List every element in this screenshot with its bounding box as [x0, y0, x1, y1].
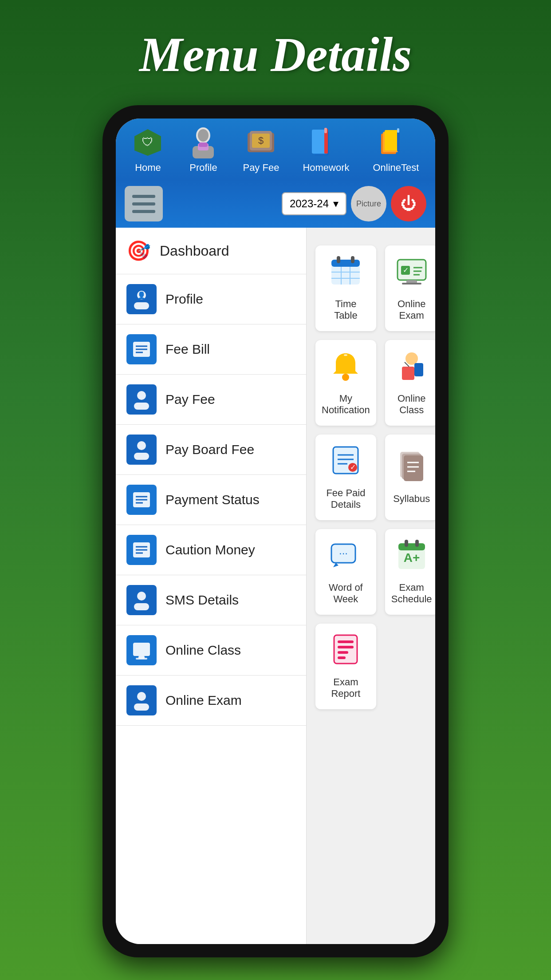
svg-rect-46	[134, 703, 149, 711]
svg-rect-79	[404, 455, 423, 481]
time-table-icon	[330, 255, 362, 293]
sidebar-label-online-exam: Online Exam	[165, 693, 242, 708]
nav-item-home[interactable]: 🛡 Home	[132, 126, 164, 174]
sidebar-label-sms-details: SMS Details	[165, 593, 239, 608]
svg-text:🛡: 🛡	[142, 135, 153, 149]
svg-rect-13	[312, 130, 326, 154]
svg-point-40	[137, 592, 146, 601]
online-exam-grid-icon: ✓	[396, 255, 428, 293]
grid-label-exam-schedule: ExamSchedule	[391, 582, 432, 605]
nav-item-homework[interactable]: Homework	[303, 126, 349, 174]
svg-text:✓: ✓	[402, 266, 408, 274]
svg-rect-20	[397, 128, 399, 133]
svg-point-30	[137, 441, 146, 450]
grid-label-exam-report: ExamReport	[331, 676, 360, 699]
top-nav: 🛡 Home Profile	[116, 119, 435, 180]
sidebar-label-payment-status: Payment Status	[165, 492, 260, 507]
profile-sidebar-icon: 👤	[126, 284, 157, 314]
nav-label-online-test: OnlineTest	[373, 162, 419, 174]
nav-item-profile[interactable]: Profile	[187, 126, 219, 174]
grid-item-online-class[interactable]: OnlineClass	[385, 340, 435, 426]
svg-rect-49	[337, 256, 340, 263]
chevron-down-icon: ▾	[333, 198, 338, 210]
sidebar-item-pay-board-fee[interactable]: Pay Board Fee	[116, 425, 306, 475]
grid-label-fee-paid-details: Fee PaidDetails	[326, 487, 365, 510]
svg-rect-41	[134, 603, 149, 610]
svg-rect-31	[134, 453, 149, 460]
year-select[interactable]: 2023-24 ▾	[282, 192, 346, 215]
grid-label-syllabus: Syllabus	[393, 493, 430, 505]
svg-point-28	[137, 391, 146, 400]
online-test-icon	[380, 126, 412, 158]
svg-rect-92	[334, 635, 357, 664]
nav-label-profile: Profile	[189, 162, 217, 174]
online-class-grid-icon	[396, 350, 428, 387]
svg-rect-88	[398, 543, 425, 550]
phone-screen: 🛡 Home Profile	[116, 119, 435, 944]
svg-point-66	[405, 352, 418, 365]
sidebar-item-caution-money[interactable]: Caution Money	[116, 525, 306, 575]
sidebar-item-profile[interactable]: 👤 Profile	[116, 274, 306, 324]
picture-button[interactable]: Picture	[351, 186, 386, 221]
sidebar-item-dashboard[interactable]: 🎯 Dashboard	[116, 228, 306, 274]
app-grid: TimeTable ✓	[315, 245, 426, 709]
grid-item-my-notification[interactable]: MyNotification	[315, 340, 376, 426]
svg-rect-68	[414, 363, 423, 376]
sidebar-label-caution-money: Caution Money	[165, 542, 255, 557]
nav-label-homework: Homework	[303, 162, 349, 174]
sidebar-label-online-class: Online Class	[165, 643, 241, 658]
svg-rect-96	[338, 651, 348, 654]
menu-line-1	[132, 195, 155, 198]
sidebar-item-payment-status[interactable]: Payment Status	[116, 475, 306, 525]
svg-rect-95	[338, 646, 354, 648]
page-title: Menu Details	[139, 27, 412, 83]
svg-text:👤: 👤	[137, 291, 146, 300]
sidebar-item-online-exam[interactable]: Online Exam	[116, 676, 306, 726]
sms-details-sidebar-icon	[126, 585, 157, 615]
fee-bill-sidebar-icon	[126, 334, 157, 364]
picture-label: Picture	[356, 199, 381, 209]
grid-label-time-table: TimeTable	[334, 298, 358, 321]
menu-button[interactable]	[125, 186, 163, 221]
power-button[interactable]: ⏻	[391, 186, 426, 221]
sidebar-label-pay-fee: Pay Fee	[165, 392, 215, 407]
svg-rect-29	[134, 403, 149, 410]
sidebar-label-profile: Profile	[165, 292, 203, 307]
sidebar-drawer: 🎯 Dashboard 👤 Profile	[116, 228, 307, 944]
nav-item-online-test[interactable]: OnlineTest	[373, 126, 419, 174]
svg-rect-94	[338, 640, 354, 643]
pay-fee-icon: $	[245, 126, 277, 158]
svg-rect-89	[405, 540, 408, 547]
right-panel: TimeTable ✓	[307, 228, 435, 944]
svg-rect-65	[344, 354, 347, 356]
nav-item-pay-fee[interactable]: $ Pay Fee	[243, 126, 279, 174]
online-exam-sidebar-icon	[126, 685, 157, 715]
grid-item-online-exam[interactable]: ✓ OnlineExam	[385, 245, 435, 331]
power-icon: ⏻	[401, 194, 417, 213]
menu-line-3	[132, 210, 155, 213]
svg-rect-67	[402, 367, 414, 380]
sidebar-item-sms-details[interactable]: SMS Details	[116, 575, 306, 625]
svg-rect-90	[415, 540, 419, 547]
grid-item-exam-schedule[interactable]: A+ ExamSchedule	[385, 529, 435, 615]
sidebar-item-pay-fee[interactable]: Pay Fee	[116, 375, 306, 425]
grid-item-fee-paid-details[interactable]: ✓ Fee PaidDetails	[315, 435, 376, 520]
homework-icon	[310, 126, 342, 158]
sidebar-item-online-class[interactable]: Online Class	[116, 625, 306, 676]
svg-rect-15	[324, 128, 327, 133]
svg-text:···: ···	[339, 547, 348, 559]
grid-item-exam-report[interactable]: ExamReport	[315, 624, 376, 709]
svg-point-45	[137, 692, 146, 701]
grid-label-online-class: OnlineClass	[398, 393, 426, 416]
grid-item-syllabus[interactable]: Syllabus	[385, 435, 435, 520]
svg-rect-97	[338, 656, 346, 659]
exam-report-icon	[330, 633, 362, 671]
online-class-sidebar-icon	[126, 635, 157, 665]
svg-text:✓: ✓	[350, 463, 356, 471]
word-of-week-icon: ···	[330, 539, 362, 577]
grid-item-word-of-week[interactable]: ··· Word ofWeek	[315, 529, 376, 615]
nav-label-home: Home	[135, 162, 161, 174]
phone-frame: 🛡 Home Profile	[102, 105, 449, 957]
sidebar-item-fee-bill[interactable]: Fee Bill	[116, 324, 306, 375]
grid-item-time-table[interactable]: TimeTable	[315, 245, 376, 331]
